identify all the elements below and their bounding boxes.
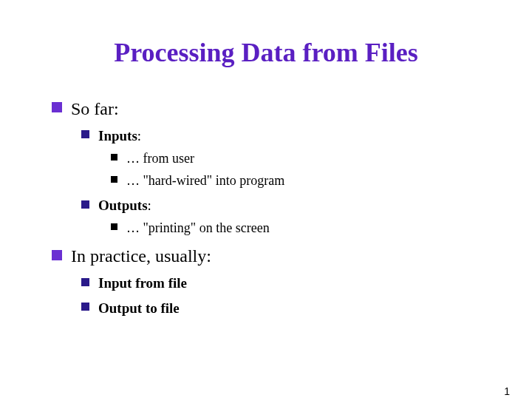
square-bullet-icon: [52, 250, 62, 260]
bullet-input-from-file: Input from file: [81, 274, 488, 291]
square-bullet-icon: [111, 154, 117, 161]
bullet-in-practice: In practice, usually:: [52, 245, 488, 266]
bullet-output-to-file: Output to file: [81, 299, 488, 317]
square-bullet-icon: [52, 102, 62, 112]
square-bullet-icon: [81, 200, 89, 209]
slide: Processing Data from Files So far: Input…: [0, 0, 532, 412]
square-bullet-icon: [81, 303, 89, 311]
square-bullet-icon: [111, 176, 117, 183]
bullet-outputs: Outputs:: [81, 196, 488, 214]
slide-title: Processing Data from Files: [44, 37, 488, 68]
bullet-printing: … "printing" on the screen: [111, 220, 488, 236]
square-bullet-icon: [81, 278, 89, 286]
bullet-so-far: So far:: [52, 98, 488, 119]
bullet-from-user: … from user: [111, 150, 488, 166]
square-bullet-icon: [111, 223, 117, 230]
bullet-hardwired: … "hard-wired" into program: [111, 172, 488, 189]
bullet-inputs: Inputs:: [81, 126, 488, 144]
page-number: 1: [504, 385, 510, 397]
square-bullet-icon: [81, 130, 89, 138]
